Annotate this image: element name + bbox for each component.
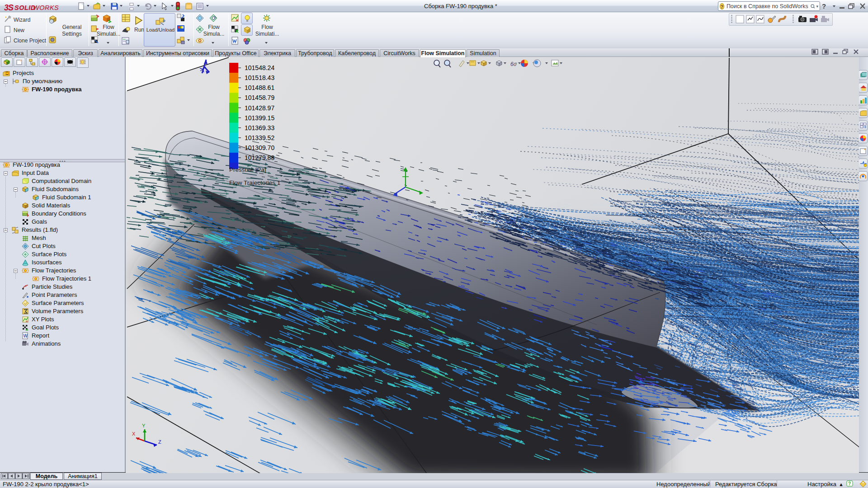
- svg-text:X: X: [132, 431, 136, 436]
- svg-text:101309.70: 101309.70: [245, 144, 274, 151]
- svg-text:Z: Z: [158, 439, 161, 445]
- svg-text:Flow Trajectories 1: Flow Trajectories 1: [229, 179, 280, 186]
- svg-text:101369.33: 101369.33: [245, 124, 274, 131]
- svg-text:Y: Y: [142, 423, 146, 428]
- svg-text:101548.24: 101548.24: [245, 64, 274, 71]
- svg-text:Pressure [Pa]: Pressure [Pa]: [229, 166, 266, 173]
- svg-text:101488.61: 101488.61: [245, 84, 274, 91]
- svg-text:101339.52: 101339.52: [245, 134, 274, 141]
- svg-text:101279.88: 101279.88: [245, 154, 274, 161]
- svg-text:101458.79: 101458.79: [245, 94, 274, 101]
- svg-text:101399.15: 101399.15: [245, 114, 274, 122]
- svg-text:W: W: [24, 333, 28, 338]
- svg-text:101428.97: 101428.97: [245, 104, 274, 112]
- svg-text:6σ: 6σ: [510, 61, 517, 67]
- svg-text:101518.43: 101518.43: [245, 74, 274, 81]
- svg-text:?: ?: [848, 481, 851, 486]
